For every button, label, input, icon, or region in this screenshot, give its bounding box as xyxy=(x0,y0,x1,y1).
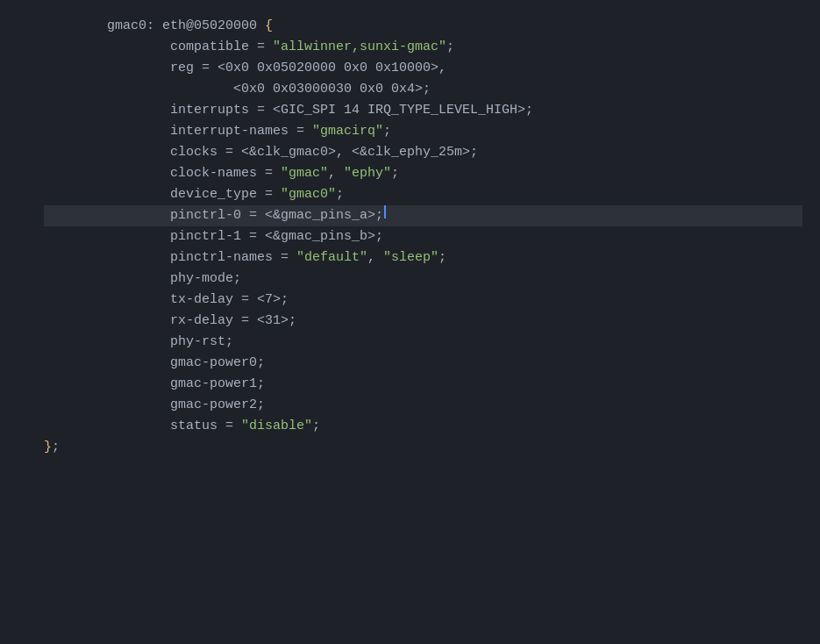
code-line: gmac-power2; xyxy=(44,395,802,416)
code-line: compatible = "allwinner,sunxi-gmac"; xyxy=(44,37,802,58)
code-line: status = "disable"; xyxy=(44,416,802,437)
token-plain: pinctrl-1 = <&gmac_pins_b>; xyxy=(44,226,383,247)
token-plain: ; xyxy=(446,37,454,58)
code-line: rx-delay = <31>; xyxy=(44,311,802,332)
token-plain: , xyxy=(328,163,344,184)
token-plain: interrupts = <GIC_SPI 14 IRQ_TYPE_LEVEL_… xyxy=(44,100,533,121)
token-plain: , xyxy=(367,247,383,268)
code-line: tx-delay = <7>; xyxy=(44,290,802,311)
token-plain: pinctrl-0 = <&gmac_pins_a>; xyxy=(44,205,383,226)
token-plain: device_type = xyxy=(44,184,281,205)
code-line: phy-rst; xyxy=(44,332,802,353)
code-line: pinctrl-names = "default", "sleep"; xyxy=(44,247,802,268)
token-brace: } xyxy=(44,437,52,458)
token-string: "sleep" xyxy=(383,247,439,268)
code-line: interrupt-names = "gmacirq"; xyxy=(44,121,802,142)
code-line: gmac0: eth@05020000 { xyxy=(44,16,802,37)
token-string: "allwinner,sunxi-gmac" xyxy=(273,37,446,58)
code-line: reg = <0x0 0x05020000 0x0 0x10000>, xyxy=(44,58,802,79)
code-line: }; xyxy=(44,437,802,458)
token-string: "ephy" xyxy=(344,163,391,184)
token-plain: <0x0 0x03000030 0x0 0x4>; xyxy=(44,79,431,100)
token-plain: clocks = <&clk_gmac0>, <&clk_ephy_25m>; xyxy=(44,142,478,163)
token-plain: ; xyxy=(383,121,391,142)
code-line: <0x0 0x03000030 0x0 0x4>; xyxy=(44,79,802,100)
code-line: interrupts = <GIC_SPI 14 IRQ_TYPE_LEVEL_… xyxy=(44,100,802,121)
token-plain: compatible = xyxy=(44,37,273,58)
token-plain: phy-mode; xyxy=(44,268,241,290)
token-plain: ; xyxy=(336,184,344,205)
token-plain: status = xyxy=(44,416,241,437)
token-string: "gmac0" xyxy=(281,184,336,205)
code-line: phy-mode; xyxy=(44,268,802,290)
code-line: gmac-power0; xyxy=(44,353,802,374)
code-line: pinctrl-1 = <&gmac_pins_b>; xyxy=(44,226,802,247)
token-string: "default" xyxy=(296,247,367,268)
text-cursor xyxy=(384,205,386,218)
token-plain: reg = <0x0 0x05020000 0x0 0x10000>, xyxy=(44,58,446,79)
token-plain: tx-delay = <7>; xyxy=(44,290,289,311)
code-line: pinctrl-0 = <&gmac_pins_a>; xyxy=(44,205,802,226)
token-plain: pinctrl-names = xyxy=(44,247,296,268)
code-line: device_type = "gmac0"; xyxy=(44,184,802,205)
token-string: "gmacirq" xyxy=(312,121,383,142)
token-plain: ; xyxy=(439,247,446,268)
token-plain: rx-delay = <31>; xyxy=(44,311,296,332)
token-plain: ; xyxy=(312,416,320,437)
token-plain: clock-names = xyxy=(44,163,281,184)
token-plain: interrupt-names = xyxy=(44,121,312,142)
token-plain: phy-rst; xyxy=(44,332,233,353)
code-editor: gmac0: eth@05020000 { compatible = "allw… xyxy=(0,0,820,644)
code-line: clocks = <&clk_gmac0>, <&clk_ephy_25m>; xyxy=(44,142,802,163)
token-plain: ; xyxy=(52,437,60,458)
token-string: "gmac" xyxy=(281,163,328,184)
token-plain: gmac-power1; xyxy=(44,374,265,395)
token-plain: gmac-power0; xyxy=(44,353,265,374)
token-brace: { xyxy=(265,16,273,37)
code-line: gmac-power1; xyxy=(44,374,802,395)
code-line: clock-names = "gmac", "ephy"; xyxy=(44,163,802,184)
token-plain: gmac0: eth@05020000 xyxy=(44,16,265,37)
code-content: gmac0: eth@05020000 { compatible = "allw… xyxy=(44,16,802,458)
token-plain: gmac-power2; xyxy=(44,395,265,416)
token-string: "disable" xyxy=(241,416,312,437)
token-plain: ; xyxy=(391,163,399,184)
